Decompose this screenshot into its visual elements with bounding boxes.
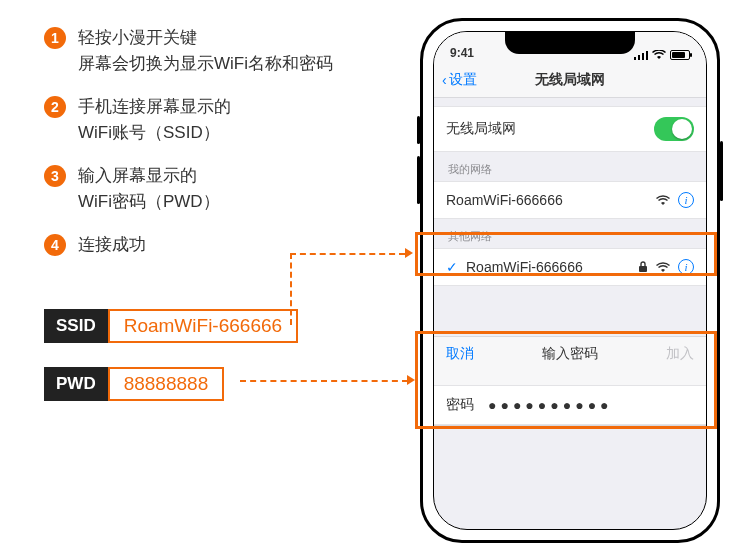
signal-icon xyxy=(634,50,648,60)
pwd-row: PWD 88888888 xyxy=(44,367,298,401)
network-name: RoamWiFi-666666 xyxy=(446,192,563,208)
step-number: 2 xyxy=(44,96,66,118)
step-number: 1 xyxy=(44,27,66,49)
notch xyxy=(505,32,635,54)
lock-icon xyxy=(638,261,648,273)
wifi-icon xyxy=(652,50,666,60)
svg-rect-0 xyxy=(634,57,636,60)
ssid-row: SSID RoamWiFi-666666 xyxy=(44,309,298,343)
credentials: SSID RoamWiFi-666666 PWD 88888888 xyxy=(44,309,298,425)
password-masked: ●●●●●●●●●● xyxy=(488,397,613,413)
password-dialog: 取消 输入密码 加入 密码 ●●●●●●●●●● xyxy=(434,336,706,426)
wifi-toggle[interactable] xyxy=(654,117,694,141)
cancel-button[interactable]: 取消 xyxy=(446,345,474,363)
svg-rect-4 xyxy=(639,266,647,272)
other-network-row[interactable]: ✓ RoamWiFi-666666 i xyxy=(434,248,706,286)
phone-frame: 9:41 ‹ 设置 无线局域网 无线局域网 我的网络 RoamWiFi-6666… xyxy=(420,18,720,543)
pwd-label: PWD xyxy=(44,367,108,401)
status-right xyxy=(634,50,690,60)
wifi-icon xyxy=(656,262,670,273)
step-2: 2 手机连接屏幕显示的 WiFi账号（SSID） xyxy=(44,94,374,145)
step-1: 1 轻按小漫开关键 屏幕会切换为显示WiFi名称和密码 xyxy=(44,25,374,76)
other-networks-header: 其他网络 xyxy=(434,219,706,248)
step-3: 3 输入屏幕显示的 WiFi密码（PWD） xyxy=(44,163,374,214)
wifi-toggle-label: 无线局域网 xyxy=(446,120,516,138)
nav-bar: ‹ 设置 无线局域网 xyxy=(434,62,706,98)
svg-rect-3 xyxy=(646,51,648,60)
step-text: 输入屏幕显示的 WiFi密码（PWD） xyxy=(78,163,220,214)
dialog-title: 输入密码 xyxy=(542,345,598,363)
instruction-steps: 1 轻按小漫开关键 屏幕会切换为显示WiFi名称和密码 2 手机连接屏幕显示的 … xyxy=(44,25,374,276)
ssid-label: SSID xyxy=(44,309,108,343)
pwd-value: 88888888 xyxy=(108,367,225,401)
svg-rect-1 xyxy=(638,55,640,60)
info-icon[interactable]: i xyxy=(678,259,694,275)
checkmark-icon: ✓ xyxy=(446,259,458,275)
password-field-row[interactable]: 密码 ●●●●●●●●●● xyxy=(434,385,706,425)
wifi-icon xyxy=(656,195,670,206)
step-text: 连接成功 xyxy=(78,232,146,258)
step-number: 4 xyxy=(44,234,66,256)
wifi-toggle-cell[interactable]: 无线局域网 xyxy=(434,106,706,152)
step-text: 手机连接屏幕显示的 WiFi账号（SSID） xyxy=(78,94,231,145)
network-name: RoamWiFi-666666 xyxy=(466,259,583,275)
join-button[interactable]: 加入 xyxy=(666,345,694,363)
svg-rect-2 xyxy=(642,53,644,60)
step-text: 轻按小漫开关键 屏幕会切换为显示WiFi名称和密码 xyxy=(78,25,333,76)
ssid-value: RoamWiFi-666666 xyxy=(108,309,298,343)
password-label: 密码 xyxy=(446,396,474,414)
my-network-row[interactable]: RoamWiFi-666666 i xyxy=(434,181,706,219)
battery-icon xyxy=(670,50,690,60)
status-time: 9:41 xyxy=(450,46,474,60)
my-networks-header: 我的网络 xyxy=(434,152,706,181)
nav-title: 无线局域网 xyxy=(434,71,706,89)
phone-screen: 9:41 ‹ 设置 无线局域网 无线局域网 我的网络 RoamWiFi-6666… xyxy=(433,31,707,530)
info-icon[interactable]: i xyxy=(678,192,694,208)
step-number: 3 xyxy=(44,165,66,187)
